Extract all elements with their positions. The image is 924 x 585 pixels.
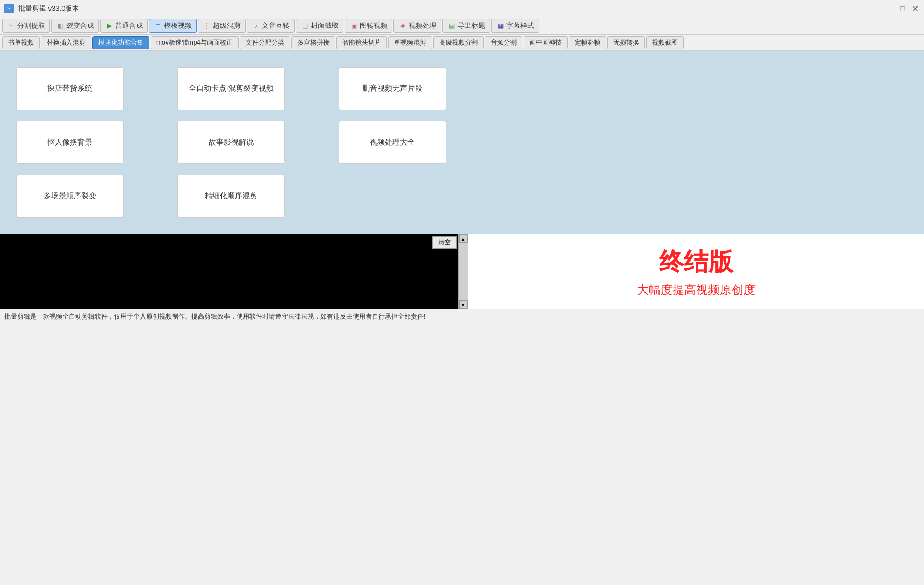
- tab-smart-cut[interactable]: 智能镜头切片: [336, 36, 387, 49]
- tab-multi-grid[interactable]: 多宫格拼接: [291, 36, 335, 49]
- template-label: 模板视频: [164, 21, 192, 31]
- grid-item-delete-mute[interactable]: 删音视频无声片段: [339, 67, 446, 110]
- toolbar-row2: 书单视频 替换插入混剪 模块化功能合集 mov极速转mp4与画面校正 文件分配分…: [0, 35, 924, 51]
- tab-lossless-convert[interactable]: 无损转换: [607, 36, 645, 49]
- crack-merge-icon: ◧: [56, 21, 65, 30]
- titlebar-left: ✂ 批量剪辑 v33.0版本: [4, 4, 79, 13]
- split-label: 分割提取: [17, 21, 45, 31]
- tab-file-classify[interactable]: 文件分配分类: [240, 36, 290, 49]
- toolbar-btn-crack-merge[interactable]: ◧ 裂变合成: [51, 19, 99, 33]
- toolbar-btn-export-sub[interactable]: ▤ 导出标题: [442, 19, 490, 33]
- tab-vid-screenshot[interactable]: 视频截图: [646, 36, 684, 49]
- img-vid-label: 图转视频: [360, 21, 388, 31]
- cover-label: 封面截取: [311, 21, 339, 31]
- export-sub-icon: ▤: [447, 21, 456, 30]
- tab-module-all[interactable]: 模块化功能合集: [92, 36, 149, 49]
- clear-log-button[interactable]: 清空: [432, 236, 457, 249]
- normal-merge-icon: ▶: [105, 21, 113, 30]
- tab-book-vid[interactable]: 书单视频: [2, 36, 40, 49]
- cover-icon: ◫: [300, 21, 309, 30]
- toolbar-btn-voice[interactable]: ♪ 文音互转: [247, 19, 295, 33]
- toolbar-btn-template[interactable]: ◻ 模板视频: [149, 19, 197, 33]
- module-grid: 探店带货系统 全自动卡点·混剪裂变视频 删音视频无声片段 抠人像换背景 故事影视…: [11, 62, 913, 223]
- vid-proc-icon: ◈: [398, 21, 407, 30]
- toolbar-btn-cover[interactable]: ◫ 封面截取: [296, 19, 343, 33]
- log-scrollbar[interactable]: ▲ ▼: [458, 234, 468, 309]
- grid-item-matting[interactable]: 抠人像换背景: [16, 121, 124, 164]
- tab-single-mix[interactable]: 单视频混剪: [388, 36, 432, 49]
- bottom-area: 清空 ▲ ▼ 终结版 大幅度提高视频原创度: [0, 234, 924, 309]
- export-sub-label: 导出标题: [457, 21, 485, 31]
- grid-item-explore-shop[interactable]: 探店带货系统: [16, 67, 124, 110]
- close-button[interactable]: ✕: [911, 4, 920, 13]
- toolbar-btn-normal-merge[interactable]: ▶ 普通合成: [100, 19, 148, 33]
- tab-mov-convert[interactable]: mov极速转mp4与画面校正: [151, 36, 239, 49]
- toolbar-btn-img-vid[interactable]: ▣ 图转视频: [345, 19, 392, 33]
- log-area: 清空 ▲ ▼: [0, 234, 468, 309]
- super-mix-icon: ⋮: [203, 21, 211, 30]
- grid-item-vid-all[interactable]: 视频处理大全: [339, 121, 446, 164]
- titlebar: ✂ 批量剪辑 v33.0版本 ─ □ ✕: [0, 0, 924, 17]
- subtitle-style-icon: ▦: [496, 21, 505, 30]
- titlebar-controls: ─ □ ✕: [885, 4, 920, 13]
- normal-merge-label: 普通合成: [115, 21, 143, 31]
- promo-area: 终结版 大幅度提高视频原创度: [468, 234, 924, 309]
- minimize-button[interactable]: ─: [885, 4, 894, 13]
- subtitle-style-label: 字幕样式: [506, 21, 534, 31]
- grid-item-auto-card[interactable]: 全自动卡点·混剪裂变视频: [177, 67, 285, 110]
- img-vid-icon: ▣: [349, 21, 358, 30]
- app-icon: ✂: [4, 4, 14, 13]
- voice-label: 文音互转: [262, 21, 290, 31]
- grid-item-refined-mix[interactable]: 精细化顺序混剪: [177, 175, 285, 218]
- crack-merge-label: 裂变合成: [66, 21, 94, 31]
- statusbar: 批量剪辑是一款视频全自动剪辑软件，仅用于个人原创视频制作、提高剪辑效率，使用软件…: [0, 309, 924, 324]
- voice-icon: ♪: [252, 21, 260, 30]
- toolbar-btn-split[interactable]: ✂ 分割提取: [2, 19, 50, 33]
- grid-item-multi-scene[interactable]: 多场景顺序裂变: [16, 175, 124, 218]
- toolbar-row1: ✂ 分割提取 ◧ 裂变合成 ▶ 普通合成 ◻ 模板视频 ⋮ 超级混剪 ♪ 文音互…: [0, 17, 924, 35]
- promo-title: 终结版: [659, 245, 733, 279]
- tab-audio-split[interactable]: 音频分割: [485, 36, 522, 49]
- template-icon: ◻: [154, 21, 162, 30]
- status-text: 批量剪辑是一款视频全自动剪辑软件，仅用于个人原创视频制作、提高剪辑效率，使用软件…: [4, 312, 425, 321]
- app-title: 批量剪辑 v33.0版本: [18, 4, 79, 13]
- toolbar-btn-super-mix[interactable]: ⋮ 超级混剪: [198, 19, 246, 33]
- tab-replace-mix[interactable]: 替换插入混剪: [41, 36, 91, 49]
- split-icon: ✂: [7, 21, 16, 30]
- toolbar-btn-vid-proc[interactable]: ◈ 视频处理: [393, 19, 441, 33]
- super-mix-label: 超级混剪: [213, 21, 241, 31]
- scroll-up-arrow[interactable]: ▲: [459, 234, 468, 243]
- grid-item-story-explain[interactable]: 故事影视解说: [177, 121, 285, 164]
- tab-advanced-split[interactable]: 高级视频分割: [433, 36, 484, 49]
- vid-proc-label: 视频处理: [409, 21, 436, 31]
- content-panel: 探店带货系统 全自动卡点·混剪裂变视频 删音视频无声片段 抠人像换背景 故事影视…: [0, 51, 924, 234]
- promo-subtitle: 大幅度提高视频原创度: [637, 282, 755, 298]
- scroll-down-arrow[interactable]: ▼: [459, 300, 468, 309]
- tab-fix-frame[interactable]: 定帧补帧: [569, 36, 606, 49]
- tab-pic-in-pic[interactable]: 画中画神技: [524, 36, 568, 49]
- toolbar-btn-subtitle-style[interactable]: ▦ 字幕样式: [491, 19, 539, 33]
- maximize-button[interactable]: □: [898, 4, 907, 13]
